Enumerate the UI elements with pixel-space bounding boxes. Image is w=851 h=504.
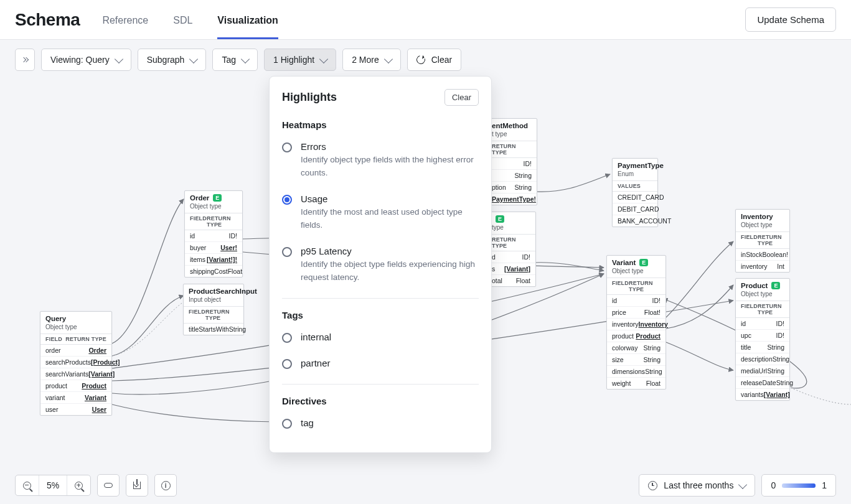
field-row[interactable]: ID! bbox=[487, 158, 537, 170]
field-row[interactable]: variantVariant bbox=[40, 392, 111, 404]
field-row[interactable]: idID! bbox=[607, 295, 665, 307]
field-row[interactable]: inventoryInventory bbox=[607, 319, 665, 330]
field-row[interactable]: shippingCostFloat bbox=[185, 266, 242, 277]
field-row[interactable]: sizeString bbox=[607, 354, 665, 366]
node-cart[interactable]: E type RETURN TYPE dID!s[Variant]otalFlo… bbox=[486, 212, 536, 287]
field-row[interactable]: userUser bbox=[40, 404, 111, 415]
highlight-option-errors[interactable]: ErrorsIdentify object type fields with t… bbox=[270, 136, 491, 189]
popover-clear-button[interactable]: Clear bbox=[444, 89, 479, 106]
highlight-dropdown[interactable]: 1 Highlight bbox=[264, 49, 336, 71]
field-row[interactable]: dID! bbox=[487, 251, 535, 263]
field-row[interactable]: inStockBoolean! bbox=[736, 249, 789, 261]
field-row[interactable]: upcID! bbox=[736, 330, 789, 342]
link-icon bbox=[104, 483, 113, 488]
node-order[interactable]: OrderE Object type FIELDRETURN TYPE idID… bbox=[184, 190, 243, 278]
highlight-option-internal[interactable]: internal bbox=[270, 327, 491, 353]
field-row[interactable]: ptionString bbox=[487, 182, 537, 194]
node-inventory[interactable]: Inventory Object type FIELDRETURN TYPE i… bbox=[735, 209, 790, 273]
clear-label: Clear bbox=[431, 55, 452, 65]
more-dropdown[interactable]: 2 More bbox=[342, 49, 401, 71]
field-row[interactable]: priceFloat! bbox=[607, 307, 665, 319]
zoom-in-button[interactable] bbox=[67, 475, 90, 495]
field-row[interactable]: releaseDateString bbox=[736, 377, 789, 389]
tab-sdl[interactable]: SDL bbox=[173, 15, 192, 39]
node-paymentmethod[interactable]: entMethod t type RETURN TYPE ID!Stringpt… bbox=[486, 118, 537, 205]
copy-link-button[interactable] bbox=[97, 474, 120, 497]
header-tabs: Reference SDL Visualization bbox=[102, 0, 278, 39]
timeframe-label: Last three months bbox=[664, 480, 733, 490]
zoom-out-button[interactable] bbox=[16, 475, 39, 495]
field-row[interactable]: weightFloat bbox=[607, 378, 665, 389]
field-row[interactable]: buyerUser! bbox=[185, 242, 242, 254]
tag-dropdown[interactable]: Tag bbox=[212, 49, 258, 71]
download-icon bbox=[133, 482, 141, 489]
node-product[interactable]: ProductE Object type FIELDRETURN TYPE id… bbox=[735, 278, 790, 401]
node-productsearchinput[interactable]: ProductSearchInput Input object FIELDRET… bbox=[183, 284, 244, 335]
field-row[interactable]: otalFloat bbox=[487, 275, 535, 286]
zoom-level: 5% bbox=[39, 475, 67, 495]
field-row[interactable]: productProduct bbox=[607, 330, 665, 342]
field-row[interactable]: titleStartsWithString bbox=[184, 324, 243, 335]
option-label: internal bbox=[301, 332, 331, 342]
node-title: Query bbox=[45, 315, 66, 322]
subgraph-dropdown[interactable]: Subgraph bbox=[138, 49, 207, 71]
field-row[interactable]: String bbox=[487, 170, 537, 182]
clear-button[interactable]: Clear bbox=[407, 49, 461, 71]
field-row[interactable]: s[Variant] bbox=[487, 263, 535, 275]
field-row[interactable]: idID! bbox=[736, 318, 789, 330]
field-row[interactable]: dimensionsString bbox=[607, 366, 665, 378]
info-button[interactable]: i bbox=[154, 474, 177, 497]
tab-visualization[interactable]: Visualization bbox=[217, 15, 278, 39]
viewing-dropdown[interactable]: Viewing: Query bbox=[41, 49, 131, 71]
field-row[interactable]: mediaUrlString bbox=[736, 365, 789, 377]
field-row[interactable]: inventoryInt bbox=[736, 261, 789, 272]
enum-value[interactable]: CREDIT_CARD bbox=[613, 192, 657, 203]
node-subtype: Object type bbox=[40, 324, 111, 334]
highlight-option-partner[interactable]: partner bbox=[270, 353, 491, 379]
update-schema-button[interactable]: Update Schema bbox=[745, 7, 836, 32]
node-fields: idID!upcID!titleStringdescriptionStringm… bbox=[736, 318, 789, 400]
enum-value[interactable]: DEBIT_CARD bbox=[613, 203, 657, 215]
field-row[interactable]: items[Variant!]! bbox=[185, 254, 242, 266]
highlight-option-usage[interactable]: UsageIdentify the most and least used ob… bbox=[270, 189, 491, 241]
viewing-label: Viewing: Query bbox=[50, 55, 110, 65]
timeframe-dropdown[interactable]: Last three months bbox=[639, 474, 755, 497]
node-subtype: Enum bbox=[613, 170, 657, 181]
field-row[interactable]: searchProducts[Product] bbox=[40, 357, 111, 368]
node-subtype: t type bbox=[487, 131, 537, 141]
field-row[interactable]: idID! bbox=[185, 230, 242, 242]
enum-value[interactable]: BANK_ACCOUNT bbox=[613, 215, 657, 226]
option-label: tag bbox=[301, 418, 314, 428]
field-row[interactable]: variants[Variant] bbox=[736, 389, 789, 400]
radio-icon bbox=[282, 195, 292, 205]
node-fields: inStockBoolean!inventoryInt bbox=[736, 249, 789, 272]
field-row[interactable]: orderOrder bbox=[40, 345, 111, 357]
field-row[interactable]: descriptionString bbox=[736, 353, 789, 365]
option-label: Errors bbox=[301, 141, 479, 152]
node-query[interactable]: Query Object type FIELDRETURN TYPE order… bbox=[40, 311, 112, 416]
highlight-option-latency[interactable]: p95 LatencyIdentify the object type fiel… bbox=[270, 241, 491, 293]
highlight-option-tag[interactable]: tag bbox=[270, 413, 491, 439]
node-subtype: Object type bbox=[607, 268, 665, 278]
legend-min: 0 bbox=[771, 480, 776, 490]
node-fields: titleStartsWithString bbox=[184, 324, 243, 335]
section-directives-title: Directives bbox=[270, 391, 491, 413]
popover-title: Highlights bbox=[282, 91, 337, 104]
field-row[interactable]: productProduct bbox=[40, 380, 111, 392]
node-variant[interactable]: VariantE Object type FIELDRETURN TYPE id… bbox=[606, 255, 666, 390]
download-button[interactable] bbox=[126, 474, 148, 497]
node-paymenttype[interactable]: PaymentType Enum VALUES CREDIT_CARDDEBIT… bbox=[612, 158, 658, 227]
field-row[interactable]: colorwayString bbox=[607, 342, 665, 354]
option-label: p95 Latency bbox=[301, 246, 479, 256]
refresh-icon bbox=[415, 54, 426, 65]
usage-legend: 0 1 bbox=[761, 474, 836, 497]
field-row[interactable]: titleString bbox=[736, 342, 789, 353]
node-fields: dID!s[Variant]otalFloat bbox=[487, 251, 535, 286]
node-title: Product bbox=[741, 282, 768, 289]
expand-sidebar-button[interactable] bbox=[15, 49, 35, 71]
zoom-out-icon bbox=[23, 482, 31, 490]
node-title: Order bbox=[190, 194, 209, 202]
field-row[interactable]: searchVariants[Variant] bbox=[40, 368, 111, 380]
field-row[interactable]: PaymentType! bbox=[487, 194, 537, 205]
tab-reference[interactable]: Reference bbox=[102, 15, 148, 39]
